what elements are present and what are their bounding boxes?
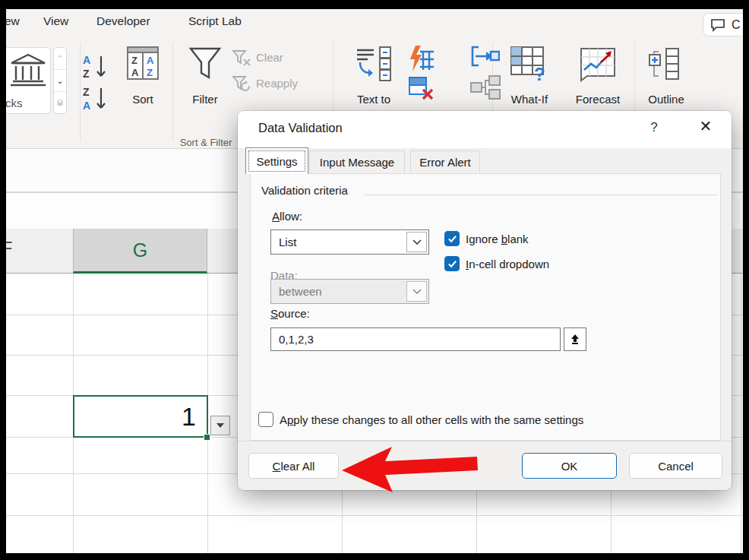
ok-button[interactable]: OK: [522, 453, 617, 479]
in-cell-dropdown-button[interactable]: [210, 416, 230, 435]
dialog-title: Data Validation: [258, 121, 343, 135]
svg-text:Z: Z: [83, 68, 90, 80]
sort-az-button[interactable]: A Z: [81, 53, 109, 85]
excel-window: ew View Developer Script Lab C cks: [6, 9, 743, 553]
comment-icon: [710, 18, 725, 32]
data-value: between: [279, 285, 322, 298]
svg-text:A: A: [83, 54, 90, 66]
text-to-columns-icon: [354, 46, 393, 82]
reapply-filter-button[interactable]: Reapply: [232, 74, 251, 97]
data-dropdown-button: [406, 281, 427, 302]
remove-duplicates-icon: [408, 74, 435, 102]
group-divider: [172, 43, 173, 141]
comments-button[interactable]: C: [703, 13, 743, 36]
svg-text:Z: Z: [131, 55, 137, 66]
flash-fill-icon: [408, 44, 435, 73]
cell-value: 1: [182, 402, 196, 432]
sort-label: Sort: [125, 93, 160, 106]
forecast-icon: [578, 46, 618, 82]
comments-label: C: [732, 18, 741, 32]
selected-cell-g[interactable]: 1: [73, 395, 208, 438]
group-divider: [80, 43, 81, 141]
help-button[interactable]: ?: [645, 120, 663, 135]
relationships-icon: [469, 74, 501, 100]
check-icon: [447, 259, 457, 269]
tab-input-message[interactable]: Input Message: [309, 150, 405, 174]
red-annotation-arrow: [334, 436, 495, 497]
collapse-dialog-button[interactable]: [564, 327, 586, 351]
ignore-blank-checkbox[interactable]: [444, 231, 460, 246]
gallery-scroll-up[interactable]: ⌃: [54, 48, 66, 70]
tab-developer[interactable]: Developer: [96, 14, 150, 28]
tab-error-alert[interactable]: Error Alert: [410, 150, 480, 174]
column-header-f[interactable]: F: [6, 238, 18, 259]
outline-icon: [648, 46, 684, 82]
tab-settings-label: Settings: [256, 155, 297, 168]
filter-button[interactable]: Filter: [187, 46, 223, 84]
tab-view[interactable]: View: [43, 14, 68, 28]
data-validation-dialog: Data Validation ? ✕ Settings Input Messa…: [238, 111, 732, 490]
column-g-label: G: [133, 239, 147, 261]
screenshot-frame: ew View Developer Script Lab C cks: [0, 0, 749, 560]
svg-text:A: A: [83, 100, 90, 112]
apply-all-checkbox[interactable]: [258, 412, 273, 427]
svg-text:A: A: [131, 67, 139, 78]
ignore-blank-label: Ignore blank: [466, 233, 529, 245]
group-line: [364, 195, 718, 195]
svg-text:Z: Z: [147, 67, 153, 78]
chevron-down-icon: [412, 239, 422, 245]
apply-all-label: Apply these changes to all other cells w…: [280, 413, 583, 426]
allow-dropdown-button[interactable]: [406, 232, 427, 252]
stocks-label: cks: [6, 96, 23, 109]
gallery-more-button[interactable]: ⍌: [54, 92, 66, 113]
clear-filter-button[interactable]: Clear: [232, 49, 251, 71]
what-if-analysis-button[interactable]: ? What-If Analysis: [507, 46, 551, 85]
close-icon[interactable]: ✕: [694, 117, 717, 135]
tab-input-message-label: Input Message: [320, 156, 394, 169]
gridline: [6, 515, 743, 516]
in-cell-dropdown-checkbox[interactable]: [444, 256, 460, 271]
consolidate-icon: [469, 44, 500, 68]
dropdown-arrow-icon: [216, 422, 225, 429]
remove-duplicates-button[interactable]: [408, 74, 435, 105]
relationships-button[interactable]: [469, 74, 501, 103]
clear-filter-icon: [232, 49, 251, 68]
data-types-gallery[interactable]: cks: [6, 47, 51, 114]
tab-review-partial[interactable]: ew: [6, 14, 20, 28]
allow-combobox[interactable]: List: [270, 229, 429, 255]
settings-tab-panel: [250, 173, 721, 441]
outline-button[interactable]: Outline: [646, 46, 686, 85]
sort-icon: Z A A Z: [126, 46, 160, 81]
sort-button[interactable]: Z A A Z Sort: [125, 46, 160, 84]
clear-all-button[interactable]: Clear All: [248, 453, 339, 479]
allow-value: List: [279, 236, 296, 248]
source-value: 0,1,2,3: [279, 333, 314, 346]
column-header-g[interactable]: G: [73, 229, 207, 274]
sort-za-button[interactable]: Z A: [81, 85, 109, 117]
stocks-bank-icon: [8, 51, 48, 90]
forecast-sheet-button[interactable]: Forecast Sheet: [574, 46, 621, 85]
what-if-label-1: What-If: [507, 93, 551, 106]
menu-bar: ew View Developer Script Lab C: [6, 9, 743, 38]
gallery-scroll-down[interactable]: ⌄: [54, 70, 66, 92]
outline-label: Outline: [646, 93, 686, 106]
chevron-down-icon: [412, 289, 422, 294]
cancel-button[interactable]: Cancel: [629, 453, 722, 479]
clear-filter-label: Clear: [256, 51, 283, 64]
check-icon: [447, 234, 457, 244]
tab-script-lab[interactable]: Script Lab: [188, 14, 242, 28]
filter-funnel-icon: [188, 46, 223, 81]
text-to-columns-label-1: Text to: [352, 93, 396, 106]
what-if-icon: ?: [510, 46, 549, 82]
sort-az-icon: A Z: [81, 53, 109, 82]
gallery-scroll: ⌃ ⌄ ⍌: [53, 47, 67, 114]
fill-handle[interactable]: [204, 434, 210, 441]
text-to-columns-button[interactable]: Text to Columns: [352, 46, 396, 85]
flash-fill-button[interactable]: [408, 44, 435, 76]
svg-text:?: ?: [534, 64, 545, 82]
filter-label: Filter: [187, 93, 223, 106]
consolidate-button[interactable]: [469, 44, 500, 71]
tab-error-alert-label: Error Alert: [419, 156, 471, 169]
tab-settings[interactable]: Settings: [245, 147, 308, 174]
source-input[interactable]: 0,1,2,3: [270, 327, 561, 351]
